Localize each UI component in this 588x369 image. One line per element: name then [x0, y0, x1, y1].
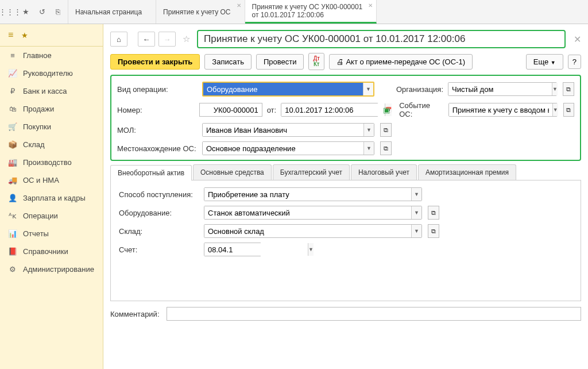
method-label: Способ поступления: — [119, 190, 199, 199]
event-input[interactable] — [449, 103, 552, 116]
sidebar-icon: ≡ — [8, 51, 17, 60]
button-label: Акт о приеме-передаче ОС (ОС-1) — [346, 57, 465, 66]
sidebar-item-2[interactable]: ₽Банк и касса — [0, 82, 103, 100]
close-icon[interactable]: ✕ — [237, 2, 241, 9]
tab-home[interactable]: Начальная страница — [68, 0, 156, 24]
help-button[interactable]: ? — [568, 55, 581, 69]
close-icon[interactable]: ✕ — [368, 2, 373, 9]
open-ref-icon[interactable]: ⧉ — [428, 206, 439, 220]
apps-icon[interactable]: ⋮⋮⋮ — [5, 7, 15, 17]
print-act-button[interactable]: 🖨 Акт о приеме-передаче ОС (ОС-1) — [329, 54, 473, 70]
save-button[interactable]: Записать — [204, 54, 252, 70]
method-field[interactable]: ▼ — [204, 187, 422, 201]
equipment-input[interactable] — [204, 206, 411, 219]
sidebar-item-3[interactable]: 🛍Продажи — [0, 100, 103, 118]
status-icon: ▣ — [383, 106, 390, 114]
sidebar-label: Производство — [23, 158, 72, 167]
sidebar-icon: 📦 — [8, 140, 17, 149]
favorite-toggle-icon[interactable]: ☆ — [183, 34, 190, 44]
detail-tab-3[interactable]: Налоговый учет — [351, 164, 417, 180]
sidebar-label: Главное — [23, 51, 52, 60]
account-input[interactable] — [204, 243, 308, 256]
open-ref-icon[interactable]: ⧉ — [563, 82, 574, 96]
title-bar: ⌂ ← → ☆ Принятие к учету ОС УК00-000001 … — [110, 30, 581, 48]
dropdown-icon[interactable]: ▼ — [411, 225, 421, 237]
sidebar-item-8[interactable]: 👤Зарплата и кадры — [0, 189, 103, 207]
equipment-label: Оборудование: — [119, 209, 199, 217]
more-button[interactable]: Еще ▼ — [526, 54, 563, 70]
method-input[interactable] — [204, 188, 411, 201]
event-field[interactable]: ▼ — [448, 103, 558, 117]
home-button[interactable]: ⌂ — [110, 32, 127, 47]
sidebar-item-11[interactable]: 📕Справочники — [0, 243, 103, 260]
location-field[interactable]: ▼ — [202, 141, 374, 155]
forward-button[interactable]: → — [158, 32, 176, 47]
sidebar-item-7[interactable]: 🚚ОС и НМА — [0, 171, 103, 189]
sidebar-item-10[interactable]: 📊Отчеты — [0, 225, 103, 243]
sidebar-label: Справочники — [23, 247, 68, 256]
page-title: Принятие к учету ОС УК00-000001 от 10.01… — [197, 30, 566, 48]
sidebar-item-0[interactable]: ≡Главное — [0, 47, 103, 64]
open-ref-icon[interactable]: ⧉ — [563, 103, 574, 117]
post-button[interactable]: Провести — [256, 54, 304, 70]
sidebar-label: Администрирование — [23, 265, 94, 274]
tab-doc-current[interactable]: Принятие к учету ОС УК00-000001 от 10.01… — [245, 0, 377, 24]
open-ref-icon[interactable]: ⧉ — [380, 141, 392, 155]
print-icon: 🖨 — [336, 57, 346, 66]
dropdown-icon[interactable]: ▼ — [552, 83, 558, 95]
detail-tab-1[interactable]: Основные средства — [193, 164, 272, 180]
org-input[interactable] — [448, 83, 552, 95]
sidebar-item-5[interactable]: 📦Склад — [0, 136, 103, 153]
op-type-input[interactable] — [203, 83, 363, 95]
org-field[interactable]: ▼ — [448, 82, 557, 96]
sidebar-icon: 🏭 — [8, 158, 17, 167]
comment-input[interactable] — [167, 307, 581, 321]
tab-doc-list[interactable]: Принятие к учету ОС ✕ — [156, 0, 245, 24]
toolbar: Провести и закрыть Записать Провести ДтК… — [110, 53, 581, 70]
sidebar-label: Покупки — [23, 122, 51, 131]
sidebar-item-1[interactable]: 📈Руководителю — [0, 64, 103, 82]
detail-tab-0[interactable]: Внеоборотный актив — [110, 165, 192, 180]
dropdown-icon[interactable]: ▼ — [363, 124, 374, 136]
favorite-icon[interactable]: ★ — [21, 31, 28, 40]
equipment-field[interactable]: ▼ — [204, 206, 422, 220]
op-type-field[interactable]: ▼ — [202, 82, 374, 97]
date-label: от: — [267, 106, 277, 114]
close-icon[interactable]: ✕ — [574, 34, 581, 45]
number-input[interactable] — [199, 103, 262, 117]
detail-tab-4[interactable]: Амортизационная премия — [418, 164, 516, 180]
detail-tab-2[interactable]: Бухгалтерский учет — [273, 164, 350, 180]
post-and-close-button[interactable]: Провести и закрыть — [110, 54, 200, 70]
open-ref-icon[interactable]: ⧉ — [380, 123, 392, 137]
dropdown-icon[interactable]: ▼ — [363, 142, 374, 155]
dropdown-icon[interactable]: ▼ — [411, 206, 421, 219]
open-ref-icon[interactable]: ⧉ — [428, 224, 439, 238]
dropdown-icon[interactable]: ▼ — [552, 103, 558, 116]
history-icon[interactable]: ↺ — [37, 7, 47, 17]
tab-label: Начальная страница — [75, 8, 142, 16]
sidebar-item-9[interactable]: ᴬᴋОперации — [0, 207, 103, 225]
back-button[interactable]: ← — [138, 32, 155, 47]
mol-input[interactable] — [203, 124, 363, 136]
sidebar-item-4[interactable]: 🛒Покупки — [0, 118, 103, 136]
account-field[interactable]: ▼ — [204, 243, 261, 256]
date-input[interactable] — [281, 103, 385, 116]
date-field[interactable]: 📅 — [281, 103, 378, 117]
sidebar-icon: 📕 — [8, 247, 17, 256]
location-input[interactable] — [203, 142, 363, 155]
menu-icon[interactable]: ≡ — [8, 30, 13, 40]
store-input[interactable] — [204, 225, 411, 237]
dt-kt-button[interactable]: ДтКт — [308, 53, 324, 70]
dropdown-icon[interactable]: ▼ — [411, 188, 421, 201]
number-label: Номер: — [117, 106, 195, 114]
detail-tab-body: Способ поступления: ▼ Оборудование: ▼ ⧉ … — [110, 180, 581, 301]
sidebar: ≡ ★ ≡Главное📈Руководителю₽Банк и касса🛍П… — [0, 24, 103, 369]
link-icon[interactable]: ⎘ — [53, 7, 63, 17]
star-icon[interactable]: ★ — [21, 7, 31, 17]
dropdown-icon[interactable]: ▼ — [308, 243, 314, 256]
mol-field[interactable]: ▼ — [202, 123, 374, 137]
store-field[interactable]: ▼ — [204, 224, 422, 238]
sidebar-item-12[interactable]: ⚙Администрирование — [0, 260, 103, 278]
dropdown-icon[interactable]: ▼ — [363, 83, 373, 95]
sidebar-item-6[interactable]: 🏭Производство — [0, 153, 103, 171]
